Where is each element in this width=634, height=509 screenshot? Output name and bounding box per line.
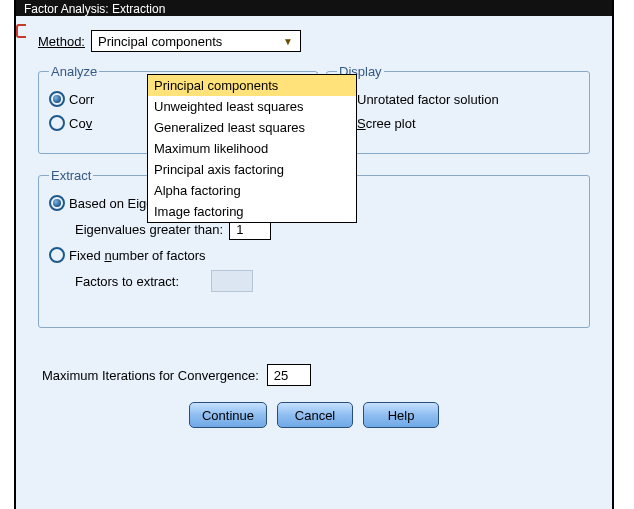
display-scree-label: Scree plot xyxy=(357,116,416,131)
extract-fixed-radio[interactable]: Fixed number of factors xyxy=(49,243,579,267)
analyze-correlation-label: Correlation matrix xyxy=(69,92,94,107)
window-title: Factor Analysis: Extraction xyxy=(24,2,165,16)
factors-extract-row: Factors to extract: xyxy=(75,267,579,295)
extract-fixed-label: Fixed number of factors xyxy=(69,248,206,263)
method-dropdown-list[interactable]: Principal components Unweighted least sq… xyxy=(147,74,357,223)
cancel-button[interactable]: Cancel xyxy=(277,402,353,428)
radio-icon xyxy=(49,115,65,131)
help-button[interactable]: Help xyxy=(363,402,439,428)
method-option-image-factoring[interactable]: Image factoring xyxy=(148,201,356,222)
factors-extract-input xyxy=(211,270,253,292)
display-unrotated-checkbox[interactable]: ✓ Unrotated factor solution xyxy=(337,87,579,111)
maxiter-input-field[interactable] xyxy=(272,367,306,384)
method-option-alpha-factoring[interactable]: Alpha factoring xyxy=(148,180,356,201)
method-option-generalized-least-squares[interactable]: Generalized least squares xyxy=(148,117,356,138)
method-combobox-value: Principal components xyxy=(98,34,222,49)
radio-icon xyxy=(49,91,65,107)
maxiter-label: Maximum Iterations for Convergence: xyxy=(42,368,259,383)
eigen-greater-label: Eigenvalues greater than: xyxy=(75,222,223,237)
method-option-principal-axis-factoring[interactable]: Principal axis factoring xyxy=(148,159,356,180)
method-label: Method: xyxy=(38,34,85,49)
method-row: Method: Principal components ▼ xyxy=(38,30,590,52)
analyze-legend: Analyze xyxy=(49,64,99,79)
dialog-content: Method: Principal components ▼ Principal… xyxy=(16,16,612,434)
maxiter-row: Maximum Iterations for Convergence: xyxy=(38,364,590,386)
method-option-unweighted-least-squares[interactable]: Unweighted least squares xyxy=(148,96,356,117)
factors-extract-label: Factors to extract: xyxy=(75,274,179,289)
display-group: Display ✓ Unrotated factor solution ✓ Sc… xyxy=(326,64,590,154)
maxiter-input[interactable] xyxy=(267,364,311,386)
eigen-greater-input-field[interactable] xyxy=(234,221,266,238)
extract-legend: Extract xyxy=(49,168,93,183)
method-option-principal-components[interactable]: Principal components xyxy=(148,75,356,96)
radio-icon xyxy=(49,247,65,263)
method-combobox[interactable]: Principal components ▼ xyxy=(91,30,301,52)
chevron-down-icon: ▼ xyxy=(280,34,296,48)
titlebar: Factor Analysis: Extraction xyxy=(16,0,612,16)
dialog-window: Factor Analysis: Extraction Method: Prin… xyxy=(14,0,614,509)
analyze-covariance-label: Covariance matrix xyxy=(69,116,92,131)
continue-button[interactable]: Continue xyxy=(189,402,267,428)
method-option-maximum-likelihood[interactable]: Maximum likelihood xyxy=(148,138,356,159)
display-scree-checkbox[interactable]: ✓ Scree plot xyxy=(337,111,579,135)
radio-icon xyxy=(49,195,65,211)
button-row: Continue Cancel Help xyxy=(38,402,590,428)
display-unrotated-label: Unrotated factor solution xyxy=(357,92,499,107)
factors-extract-input-field xyxy=(216,273,248,290)
